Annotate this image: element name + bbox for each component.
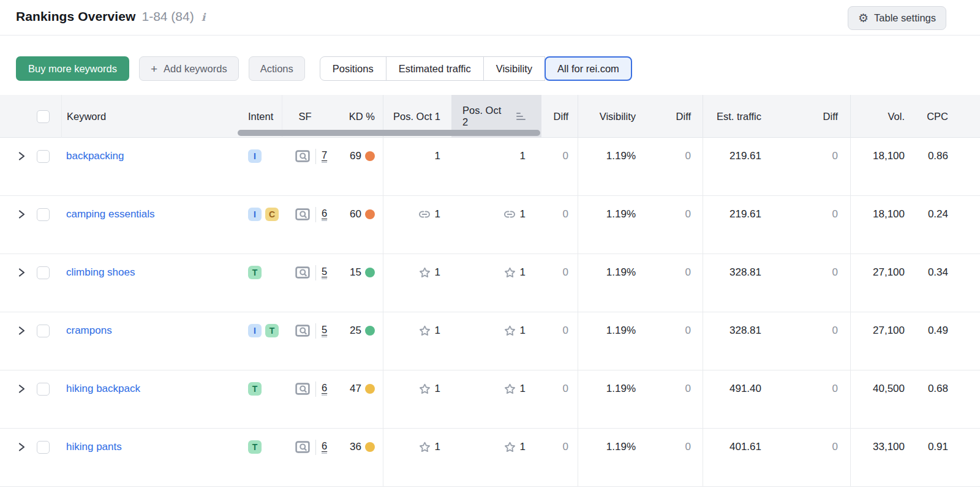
serp-features-icon[interactable] [295,149,310,163]
chevron-right-icon[interactable] [18,268,25,277]
view-tab-visibility[interactable]: Visibility [483,56,545,81]
divider [315,207,316,222]
diff-visibility-value: 0 [685,208,691,220]
sf-count[interactable]: 5 [322,266,327,279]
intent-cell: IC [236,196,282,254]
diff-position-cell: 0 [541,254,578,312]
kd-difficulty-dot [365,384,375,394]
kd-cell: 47 [328,370,383,428]
kd-cell: 60 [328,196,383,254]
kd-difficulty-dot [365,326,375,336]
column-header-volume[interactable]: Vol. [850,95,914,138]
expand-row-button[interactable] [0,312,34,370]
chevron-right-icon[interactable] [18,442,25,452]
column-header-keyword[interactable]: Keyword [61,95,236,138]
view-tabs: PositionsEstimated trafficVisibilityAll … [320,56,632,81]
sf-count[interactable]: 6 [322,440,327,454]
diff-visibility-cell: 0 [644,138,703,195]
volume-value: 33,100 [873,441,905,453]
row-checkbox[interactable] [37,441,50,454]
chevron-right-icon[interactable] [18,151,25,161]
keyword-link[interactable]: climbing shoes [66,266,135,279]
row-checkbox[interactable] [37,266,50,279]
est-traffic-cell: 328.81 [703,312,773,370]
keyword-range-count: 1-84 (84) [141,9,194,24]
pos-oct-1-cell: 1 [383,196,451,254]
column-header-cpc[interactable]: CPC [914,95,980,138]
row-checkbox[interactable] [37,208,50,221]
buy-more-keywords-button[interactable]: Buy more keywords [16,56,129,81]
keyword-link[interactable]: camping essentials [66,208,155,220]
diff-traffic-cell: 0 [773,254,850,312]
diff-visibility-cell: 0 [644,429,703,486]
diff-position-cell: 0 [541,196,578,254]
pos-oct-1-cell: 1 [383,254,451,312]
star-icon [419,442,431,453]
column-header-diff-position[interactable]: Diff [541,95,578,138]
serp-features-icon[interactable] [295,266,310,279]
kd-value: 47 [350,383,361,395]
diff-traffic-value: 0 [832,383,838,395]
cpc-value: 0.24 [928,208,948,220]
column-header-est-traffic[interactable]: Est. traffic [703,95,773,138]
kd-value: 60 [350,208,361,220]
cpc-value: 0.91 [928,441,948,453]
divider [315,323,316,339]
visibility-value: 1.19% [606,208,636,220]
diff-position-value: 0 [563,150,568,162]
horizontal-scrollbar-thumb[interactable] [238,130,540,136]
cpc-cell: 0.86 [914,138,980,195]
kd-difficulty-dot [365,268,375,277]
view-tab-estimated-traffic[interactable]: Estimated traffic [386,56,484,81]
info-icon[interactable]: i [202,11,205,23]
select-all-checkbox[interactable] [37,110,50,123]
expand-row-button[interactable] [0,138,34,195]
table-row: camping essentialsIC6601101.19%0219.6101… [0,196,980,254]
est-traffic-value: 219.61 [729,150,761,162]
chevron-right-icon[interactable] [18,384,25,394]
serp-features-icon[interactable] [295,208,310,221]
expand-row-button[interactable] [0,429,34,486]
sf-count[interactable]: 6 [322,208,327,221]
serp-features-icon[interactable] [295,382,310,396]
actions-button[interactable]: Actions [249,56,305,81]
expand-row-button[interactable] [0,370,34,428]
keyword-link[interactable]: backpacking [66,150,124,162]
pos-oct-1-value: 1 [435,150,440,162]
intent-badge-t: T [248,382,262,396]
chevron-right-icon[interactable] [18,326,25,336]
expand-row-button[interactable] [0,196,34,254]
keyword-cell: hiking pants [61,429,236,486]
cpc-cell: 0.49 [914,312,980,370]
keyword-link[interactable]: hiking backpack [66,383,140,395]
column-header-diff-traffic[interactable]: Diff [773,95,850,138]
kd-cell: 69 [328,138,383,195]
sf-count[interactable]: 7 [322,149,327,163]
sf-count[interactable]: 5 [322,324,327,337]
add-keywords-button[interactable]: + Add keywords [139,56,239,81]
serp-features-cell: 6 [282,429,328,486]
view-tab-positions[interactable]: Positions [320,56,386,81]
expand-row-button[interactable] [0,254,34,312]
chevron-right-icon[interactable] [18,209,25,219]
row-checkbox[interactable] [37,150,50,163]
est-traffic-value: 219.61 [729,208,761,220]
keyword-link[interactable]: crampons [66,325,112,337]
keyword-link[interactable]: hiking pants [66,441,122,453]
column-header-diff-visibility[interactable]: Diff [644,95,703,138]
view-tab-all-for-rei-com[interactable]: All for rei.com [545,56,632,81]
table-settings-button[interactable]: ⚙ Table settings [848,6,946,30]
serp-features-icon[interactable] [295,324,310,337]
rankings-overview-page: Rankings Overview 1-84 (84) i ⚙ Table se… [0,0,980,496]
column-header-visibility[interactable]: Visibility [578,95,644,138]
row-checkbox[interactable] [37,383,50,396]
kd-difficulty-dot [365,209,375,219]
pos-oct-1-value: 1 [435,441,440,453]
gear-icon: ⚙ [858,12,869,24]
diff-visibility-value: 0 [685,383,691,395]
star-icon [419,383,431,394]
diff-traffic-cell: 0 [773,312,850,370]
serp-features-icon[interactable] [295,440,310,454]
row-checkbox[interactable] [37,325,50,337]
sf-count[interactable]: 6 [322,382,327,396]
